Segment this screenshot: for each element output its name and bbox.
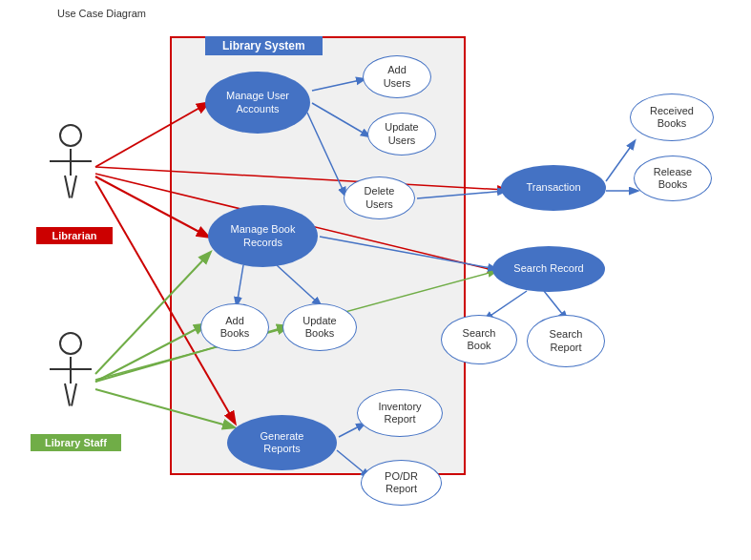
- add-users-ellipse: AddUsers: [363, 55, 431, 98]
- staff-actor: [50, 332, 92, 431]
- generate-reports-ellipse: GenerateReports: [227, 415, 337, 470]
- inventory-report-ellipse: InventoryReport: [357, 389, 443, 437]
- svg-line-14: [606, 141, 635, 181]
- add-books-ellipse: AddBooks: [200, 303, 269, 351]
- search-book-ellipse: SearchBook: [441, 315, 517, 364]
- search-report-ellipse: SearchReport: [527, 315, 605, 367]
- manage-book-ellipse: Manage BookRecords: [208, 205, 318, 267]
- manage-user-ellipse: Manage User Accounts: [205, 72, 310, 134]
- update-users-ellipse: UpdateUsers: [367, 113, 436, 156]
- update-books-ellipse: UpdateBooks: [282, 303, 357, 351]
- received-books-ellipse: ReceivedBooks: [630, 93, 714, 141]
- librarian-actor: [50, 124, 92, 223]
- delete-users-ellipse: DeleteUsers: [344, 176, 415, 219]
- transaction-ellipse: Transaction: [501, 165, 606, 211]
- podr-report-ellipse: PO/DRReport: [361, 460, 442, 506]
- librarian-label: Librarian: [36, 227, 113, 244]
- release-books-ellipse: ReleaseBooks: [634, 156, 712, 201]
- search-record-ellipse: Search Record: [492, 246, 605, 292]
- diagram-title: Use Case Diagram: [57, 8, 146, 19]
- system-label: Library System: [205, 36, 323, 55]
- librarian-head: [59, 124, 82, 147]
- staff-head: [59, 332, 82, 355]
- diagram-container: Use Case Diagram Library System: [0, 0, 751, 560]
- staff-label: Library Staff: [31, 434, 121, 451]
